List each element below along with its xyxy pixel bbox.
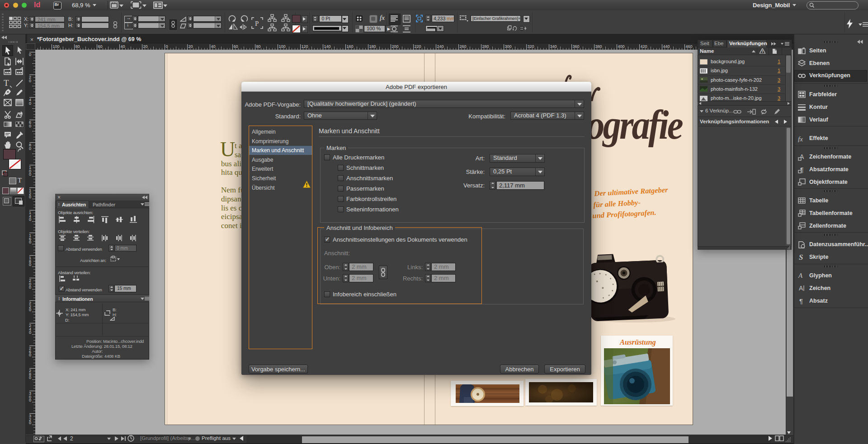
svg-text:P: P [255,20,259,27]
svg-text:T: T [4,79,9,88]
svg-text:fx: fx [798,136,803,142]
svg-text:A: A [799,285,803,292]
svg-text:!: ! [762,49,763,54]
svg-text:¶: ¶ [799,297,803,304]
svg-text:S: S [799,253,803,261]
svg-text:A: A [798,272,803,279]
